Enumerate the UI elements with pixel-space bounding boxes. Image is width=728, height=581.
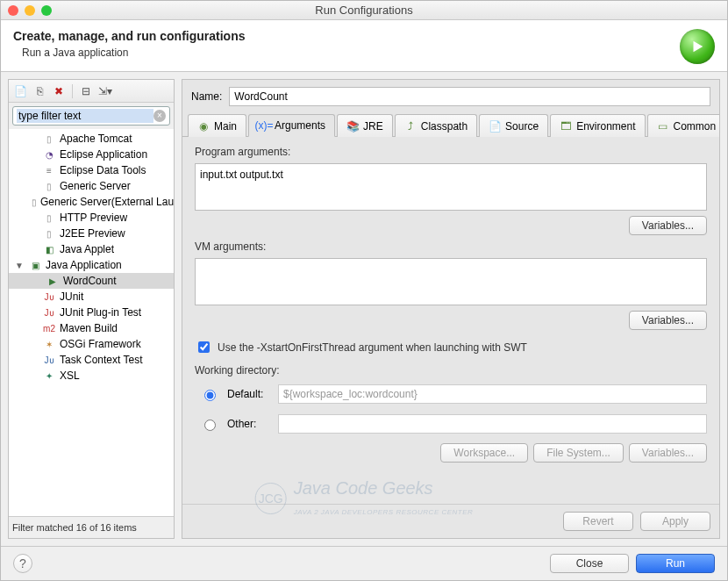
tree-item[interactable]: ▯J2EE Preview xyxy=(9,226,174,241)
tree-item[interactable]: ◧Java Applet xyxy=(9,241,174,257)
run-button[interactable]: Run xyxy=(636,554,715,573)
swt-thread-label: Use the -XstartOnFirstThread argument wh… xyxy=(218,341,527,354)
minimize-window-icon[interactable] xyxy=(25,5,35,16)
arguments-tab-content: Program arguments: input.txt output.txt … xyxy=(182,136,719,504)
env-icon: 🗔 xyxy=(560,120,572,133)
junit-plugin-icon: Jᴜ xyxy=(42,306,56,319)
tree-item-label: Generic Server xyxy=(60,180,131,192)
wd-default-radio[interactable] xyxy=(204,390,216,401)
tree-item-label: Generic Server(External Launch) xyxy=(40,196,174,208)
wd-other-input[interactable] xyxy=(278,414,707,434)
delete-config-icon[interactable]: ✖ xyxy=(51,83,67,99)
classpath-icon: ⤴ xyxy=(404,120,417,133)
wd-other-radio[interactable] xyxy=(204,420,216,431)
tab-label: JRE xyxy=(363,120,383,133)
window-controls xyxy=(8,5,52,16)
osgi-icon: ✶ xyxy=(42,338,56,350)
new-config-icon[interactable]: 📄 xyxy=(12,83,28,99)
tree-item-label: Eclipse Data Tools xyxy=(60,164,146,176)
filter-input[interactable] xyxy=(17,109,153,123)
tree-item[interactable]: ✶OSGi Framework xyxy=(9,336,174,352)
tab-common[interactable]: ▭Common xyxy=(647,114,721,137)
tree-item[interactable]: ◔Eclipse Application xyxy=(9,147,174,162)
tree-item[interactable]: JᴜTask Context Test xyxy=(9,352,174,368)
toolbar-separator xyxy=(72,84,73,98)
tab-bar: ◉Main(x)=Arguments📚JRE⤴Classpath📄Source🗔… xyxy=(182,113,719,136)
tree-item-label: HTTP Preview xyxy=(60,212,127,224)
filter-menu-icon[interactable]: ⇲▾ xyxy=(97,83,113,99)
working-dir-label: Working directory: xyxy=(195,364,707,377)
tab-label: Common xyxy=(674,120,717,133)
collapse-all-icon[interactable]: ⊟ xyxy=(78,83,94,99)
tree-item[interactable]: ✦XSL xyxy=(9,368,174,384)
task-icon: Jᴜ xyxy=(42,354,56,366)
vm-args-label: VM arguments: xyxy=(195,240,707,253)
filter-box: × xyxy=(12,106,170,126)
tab-main[interactable]: ◉Main xyxy=(188,114,246,137)
revert-button[interactable]: Revert xyxy=(563,512,633,531)
tree-item[interactable]: ▶WordCount xyxy=(9,273,174,289)
program-args-input[interactable]: input.txt output.txt xyxy=(195,163,707,211)
run-config-window: Run Configurations Create, manage, and r… xyxy=(0,0,728,581)
left-pane: 📄 ⎘ ✖ ⊟ ⇲▾ × ▯Apache Tomcat◔Eclipse Appl… xyxy=(8,79,175,539)
tree-item[interactable]: JᴜJUnit Plug-in Test xyxy=(9,305,174,320)
swt-thread-checkbox[interactable] xyxy=(198,341,210,353)
header-title: Create, manage, and run configurations xyxy=(13,29,680,43)
args-icon: (x)= xyxy=(258,119,270,132)
close-button[interactable]: Close xyxy=(550,554,629,573)
tree-item-label: XSL xyxy=(60,369,80,382)
tab-classpath[interactable]: ⤴Classpath xyxy=(395,114,477,137)
name-label: Name: xyxy=(191,90,222,103)
apply-button[interactable]: Apply xyxy=(640,512,710,531)
dialog-body: 📄 ⎘ ✖ ⊟ ⇲▾ × ▯Apache Tomcat◔Eclipse Appl… xyxy=(1,72,727,546)
tree-item[interactable]: JᴜJUnit xyxy=(9,289,174,305)
tab-label: Main xyxy=(214,120,237,133)
tab-label: Source xyxy=(505,120,539,133)
help-icon[interactable]: ? xyxy=(13,554,32,573)
tree-item[interactable]: ▯HTTP Preview xyxy=(9,210,174,226)
wd-filesystem-button[interactable]: File System... xyxy=(533,443,624,463)
wd-workspace-button[interactable]: Workspace... xyxy=(440,443,528,463)
titlebar: Run Configurations xyxy=(1,1,727,20)
twisty-icon[interactable]: ▼ xyxy=(14,261,25,270)
dialog-footer: ? Close Run xyxy=(1,546,727,580)
vm-args-variables-button[interactable]: Variables... xyxy=(629,311,707,330)
tab-jre[interactable]: 📚JRE xyxy=(337,114,393,137)
clear-filter-icon[interactable]: × xyxy=(153,110,166,122)
junit-icon: Jᴜ xyxy=(42,290,56,303)
close-window-icon[interactable] xyxy=(8,5,18,16)
server-icon: ▯ xyxy=(32,196,37,208)
tab-source[interactable]: 📄Source xyxy=(479,114,548,137)
tree-item-label: JUnit Plug-in Test xyxy=(60,306,141,319)
zoom-window-icon[interactable] xyxy=(41,5,52,16)
tree-item[interactable]: ≡Eclipse Data Tools xyxy=(9,162,174,178)
vm-args-input[interactable] xyxy=(195,258,707,305)
name-input[interactable] xyxy=(229,87,710,106)
tree-item[interactable]: ▯Generic Server xyxy=(9,178,174,194)
tree-item-label: Apache Tomcat xyxy=(60,133,132,145)
tree-item[interactable]: ▯Apache Tomcat xyxy=(9,131,174,147)
tab-label: Arguments xyxy=(275,119,325,132)
main-icon: ◉ xyxy=(197,120,210,133)
swt-thread-checkbox-row[interactable]: Use the -XstartOnFirstThread argument wh… xyxy=(195,339,707,355)
wd-default-value: ${workspace_loc:wordcount} xyxy=(278,384,707,404)
server-icon: ▯ xyxy=(42,212,56,224)
server-icon: ▯ xyxy=(42,133,56,145)
tree-item[interactable]: ▼▣Java Application xyxy=(9,257,174,273)
xsl-icon: ✦ xyxy=(42,369,56,382)
tab-arguments[interactable]: (x)=Arguments xyxy=(248,114,335,137)
wd-default-label: Default: xyxy=(227,388,269,400)
source-icon: 📄 xyxy=(489,120,501,133)
program-args-variables-button[interactable]: Variables... xyxy=(629,216,707,235)
wd-variables-button[interactable]: Variables... xyxy=(629,443,707,463)
duplicate-config-icon[interactable]: ⎘ xyxy=(32,83,47,99)
server-icon: ▯ xyxy=(42,180,56,192)
eclipse-icon: ◔ xyxy=(42,148,56,161)
tree-item-label: J2EE Preview xyxy=(60,227,125,240)
tree-item[interactable]: ▯Generic Server(External Launch) xyxy=(9,194,174,210)
applet-icon: ◧ xyxy=(42,243,56,255)
tab-environment[interactable]: 🗔Environment xyxy=(550,114,645,137)
config-tree[interactable]: ▯Apache Tomcat◔Eclipse Application≡Eclip… xyxy=(9,129,174,516)
tree-item[interactable]: m2Maven Build xyxy=(9,320,174,336)
program-args-label: Program arguments: xyxy=(195,146,707,158)
